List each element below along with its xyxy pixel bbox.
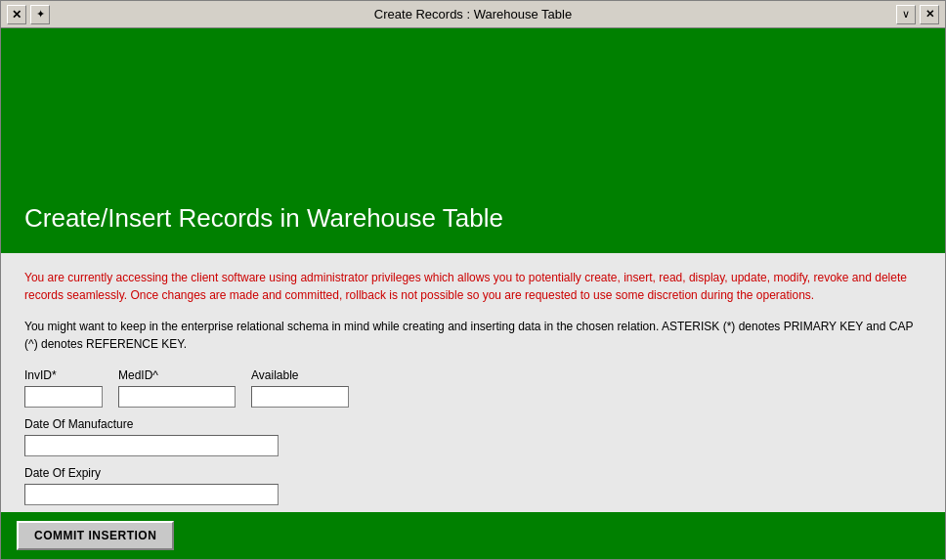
- close-x-button[interactable]: ✕: [7, 5, 26, 24]
- inv-id-label: InvID*: [24, 368, 103, 382]
- window-close-button[interactable]: ✕: [920, 5, 939, 24]
- date-of-expiry-input[interactable]: [24, 484, 279, 505]
- med-id-field-group: MedID^: [118, 368, 236, 408]
- admin-warning-text: You are currently accessing the client s…: [24, 269, 922, 304]
- main-window: ✕ ✦ Create Records : Warehouse Table ∨ ✕…: [0, 0, 946, 560]
- available-label: Available: [251, 368, 349, 382]
- title-bar-left: ✕ ✦: [7, 5, 50, 24]
- info-text: You might want to keep in the enterprise…: [24, 318, 922, 353]
- commit-insertion-button[interactable]: COMMIT INSERTION: [17, 521, 174, 550]
- title-bar: ✕ ✦ Create Records : Warehouse Table ∨ ✕: [1, 1, 945, 28]
- pin-button[interactable]: ✦: [30, 5, 50, 24]
- date-of-expiry-group: Date Of Expiry: [24, 466, 922, 505]
- date-of-expiry-label: Date Of Expiry: [24, 466, 922, 480]
- footer-bar: COMMIT INSERTION: [1, 512, 945, 559]
- available-field-group: Available: [251, 368, 349, 408]
- title-bar-right: ∨ ✕: [896, 5, 939, 24]
- content-area: You are currently accessing the client s…: [1, 253, 945, 512]
- med-id-input[interactable]: [118, 386, 236, 408]
- header-banner: Create/Insert Records in Warehouse Table: [1, 28, 945, 253]
- med-id-label: MedID^: [118, 368, 236, 382]
- date-of-manufacture-label: Date Of Manufacture: [24, 417, 922, 431]
- minimize-icon: ∨: [902, 8, 910, 21]
- window-title: Create Records : Warehouse Table: [374, 7, 572, 22]
- available-input[interactable]: [251, 386, 349, 408]
- page-title: Create/Insert Records in Warehouse Table: [24, 203, 503, 234]
- x-icon: ✕: [12, 8, 22, 22]
- window-close-icon: ✕: [925, 8, 934, 21]
- inv-id-input[interactable]: [24, 386, 103, 408]
- pin-icon: ✦: [36, 8, 45, 21]
- minimize-button[interactable]: ∨: [896, 5, 916, 24]
- inv-id-field-group: InvID*: [24, 368, 103, 408]
- fields-row-1: InvID* MedID^ Available: [24, 368, 922, 408]
- date-of-manufacture-input[interactable]: [24, 435, 279, 456]
- date-of-manufacture-group: Date Of Manufacture: [24, 417, 922, 456]
